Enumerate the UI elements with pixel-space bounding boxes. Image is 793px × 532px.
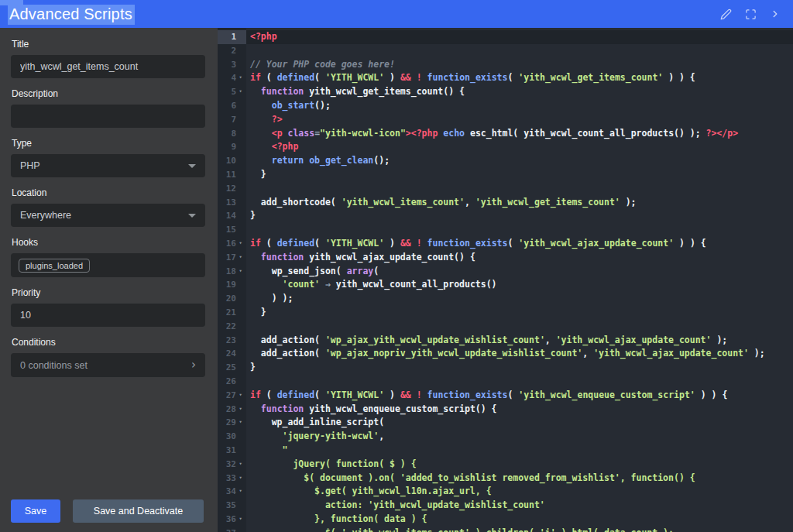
gutter-line-number: 27▾ [218, 389, 246, 403]
hook-tag[interactable]: plugins_loaded [19, 259, 90, 273]
code-line: $( document ).on( 'added_to_wishlist rem… [246, 472, 793, 486]
description-input[interactable] [11, 105, 205, 128]
gutter-line-number: 37 [218, 527, 246, 532]
pencil-icon[interactable] [720, 9, 732, 20]
fold-arrow-icon[interactable]: ▾ [236, 472, 245, 486]
fold-arrow-icon[interactable]: ▾ [236, 416, 245, 430]
gutter-line-number: 7 [218, 113, 246, 127]
code-line: if ( defined( 'YITH_WCWL' ) && ! functio… [246, 237, 793, 251]
priority-label: Priority [12, 287, 205, 298]
code-line: } [246, 306, 793, 320]
gutter-line-number: 23 [218, 334, 246, 348]
title-input[interactable] [11, 55, 205, 78]
fold-arrow-icon[interactable]: ▾ [236, 237, 245, 251]
gutter-line-number: 14 [218, 209, 246, 223]
editor-gutter: 1234▾5▾678910111213141516▾17▾18▾19202122… [218, 28, 246, 532]
code-line [246, 44, 793, 58]
type-select-value: PHP [20, 160, 40, 171]
sidebar: Title Description Type PHP Location Ever… [0, 28, 218, 532]
fold-arrow-icon[interactable]: ▾ [236, 403, 245, 417]
code-line: jQuery( function( $ ) { [246, 458, 793, 472]
gutter-line-number: 19 [218, 278, 246, 292]
code-line: <?php [246, 140, 793, 154]
type-select[interactable]: PHP [11, 154, 205, 177]
gutter-line-number: 36▾ [218, 513, 246, 527]
code-line: add_shortcode( 'yith_wcwl_items_count', … [246, 196, 793, 210]
type-label: Type [12, 138, 205, 149]
code-line: ?> [246, 113, 793, 127]
code-line: wp_send_json( array( [246, 265, 793, 279]
chevron-down-icon [188, 214, 196, 218]
code-line: " [246, 444, 793, 458]
chevron-right-icon[interactable] [770, 9, 781, 19]
gutter-line-number: 1 [218, 30, 246, 44]
gutter-line-number: 12 [218, 182, 246, 196]
fold-arrow-icon[interactable]: ▾ [236, 251, 245, 265]
code-line: 'jquery-yith-wcwl', [246, 430, 793, 444]
fold-arrow-icon[interactable]: ▾ [236, 265, 245, 279]
code-line: if ( defined( 'YITH_WCWL' ) && ! functio… [246, 389, 793, 403]
gutter-line-number: 31 [218, 444, 246, 458]
hooks-label: Hooks [12, 237, 205, 248]
code-line: } [246, 361, 793, 375]
fold-arrow-icon[interactable]: ▾ [236, 85, 245, 99]
conditions-value: 0 conditions set [20, 360, 88, 371]
code-line: }, function( data ) { [246, 513, 793, 527]
gutter-line-number: 33▾ [218, 472, 246, 486]
fold-arrow-icon[interactable]: ▾ [236, 389, 245, 403]
code-line: ob_start(); [246, 99, 793, 113]
save-button[interactable]: Save [11, 499, 60, 523]
gutter-line-number: 3 [218, 58, 246, 72]
priority-input[interactable] [11, 304, 205, 327]
fold-arrow-icon[interactable]: ▾ [236, 513, 245, 527]
code-editor[interactable]: 1234▾5▾678910111213141516▾17▾18▾19202122… [218, 28, 793, 532]
code-line [246, 182, 793, 196]
code-line [246, 223, 793, 237]
gutter-line-number: 4▾ [218, 71, 246, 85]
gutter-line-number: 13 [218, 196, 246, 210]
gutter-line-number: 29▾ [218, 416, 246, 430]
gutter-line-number: 22 [218, 320, 246, 334]
gutter-line-number: 20 [218, 292, 246, 306]
code-line: return ob_get_clean(); [246, 154, 793, 168]
location-select-value: Everywhere [20, 210, 71, 221]
fullscreen-icon[interactable] [745, 9, 757, 20]
footer-buttons: Save Save and Deactivate [11, 499, 204, 523]
editor-code[interactable]: <?php// Your PHP code goes here!if ( def… [246, 28, 793, 532]
gutter-line-number: 24 [218, 347, 246, 361]
hooks-input[interactable]: plugins_loaded [11, 253, 205, 277]
location-select[interactable]: Everywhere [11, 204, 205, 227]
code-line: add_action( 'wp_ajax_nopriv_yith_wcwl_up… [246, 347, 793, 361]
chevron-right-icon: › [191, 359, 196, 371]
gutter-line-number: 17▾ [218, 251, 246, 265]
selection-artifact [0, 0, 23, 5]
gutter-line-number: 34▾ [218, 485, 246, 499]
gutter-line-number: 35 [218, 499, 246, 513]
gutter-line-number: 11 [218, 168, 246, 182]
page-title-selected-text: Advanced Scripts [8, 5, 135, 25]
code-line: 'count' ⇒ yith_wcwl_count_all_products() [246, 278, 793, 292]
page-title: Advanced Scripts [8, 5, 135, 23]
code-line: function yith_wcwl_ajax_update_count() { [246, 251, 793, 265]
title-label: Title [12, 39, 205, 50]
code-line: wp_add_inline_script( [246, 416, 793, 430]
fold-arrow-icon[interactable]: ▾ [236, 71, 245, 85]
code-line: <p class="yith-wcwl-icon"><?php echo esc… [246, 127, 793, 141]
gutter-line-number: 30 [218, 430, 246, 444]
code-line [246, 320, 793, 334]
code-line: if ( defined( 'YITH_WCWL' ) && ! functio… [246, 71, 793, 85]
code-line: action: 'yith_wcwl_update_wishlist_count… [246, 499, 793, 513]
description-label: Description [12, 88, 205, 99]
gutter-line-number: 16▾ [218, 237, 246, 251]
code-line: } [246, 209, 793, 223]
gutter-line-number: 5▾ [218, 85, 246, 99]
gutter-line-number: 15 [218, 223, 246, 237]
fold-arrow-icon[interactable]: ▾ [236, 485, 245, 499]
conditions-button[interactable]: 0 conditions set › [11, 353, 205, 377]
header-icons [720, 9, 781, 20]
fold-arrow-icon[interactable]: ▾ [236, 458, 245, 472]
save-and-deactivate-button[interactable]: Save and Deactivate [73, 499, 204, 523]
gutter-line-number: 18▾ [218, 265, 246, 279]
gutter-line-number: 10 [218, 154, 246, 168]
code-line: $.get( yith_wcwl_l10n.ajax_url, { [246, 485, 793, 499]
